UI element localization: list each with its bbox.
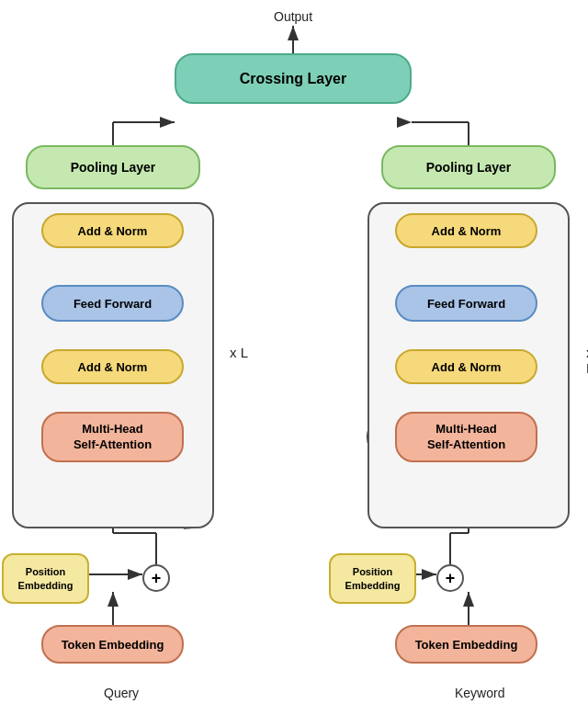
token-embed-right: Token Embedding bbox=[395, 625, 537, 664]
feed-forward-right: Feed Forward bbox=[395, 285, 537, 322]
add-norm-bottom-right: Add & Norm bbox=[395, 349, 537, 384]
crossing-layer-box: Crossing Layer bbox=[175, 53, 412, 104]
pos-embed-right: PositionEmbedding bbox=[329, 553, 416, 604]
pooling-layer-right: Pooling Layer bbox=[381, 145, 556, 189]
add-norm-bottom-left: Add & Norm bbox=[41, 349, 184, 384]
architecture-diagram: Output Crossing Layer Pooling Layer Pool… bbox=[0, 0, 588, 704]
keyword-label: Keyword bbox=[455, 686, 504, 700]
repeat-label-left: x L bbox=[230, 345, 248, 360]
mhsa-right: Multi-HeadSelf-Attention bbox=[395, 412, 537, 462]
pooling-layer-left: Pooling Layer bbox=[26, 145, 200, 189]
plus-circle-right: + bbox=[436, 564, 464, 592]
add-norm-top-left: Add & Norm bbox=[41, 213, 184, 248]
query-label: Query bbox=[104, 686, 139, 700]
mhsa-left: Multi-HeadSelf-Attention bbox=[41, 412, 184, 462]
add-norm-top-right: Add & Norm bbox=[395, 213, 537, 248]
output-label: Output bbox=[274, 9, 312, 24]
pos-embed-left: PositionEmbedding bbox=[2, 553, 89, 604]
plus-circle-left: + bbox=[142, 564, 170, 592]
feed-forward-left: Feed Forward bbox=[41, 285, 184, 322]
token-embed-left: Token Embedding bbox=[41, 625, 184, 664]
